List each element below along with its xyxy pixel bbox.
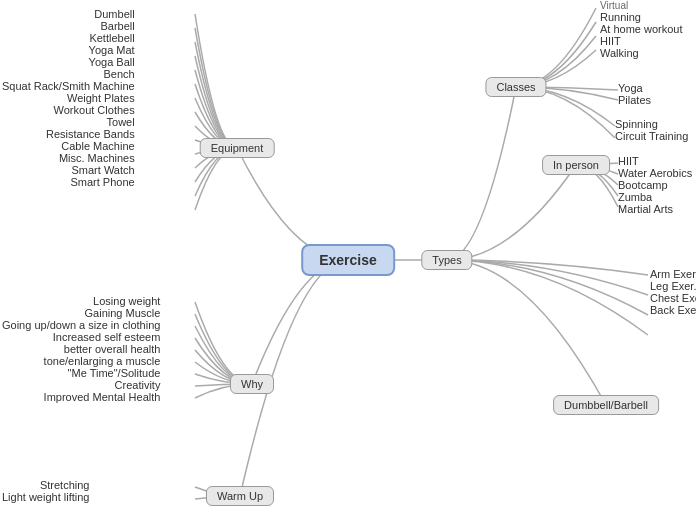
why-leaf-8: Improved Mental Health: [2, 391, 160, 403]
cls-running: Running: [600, 11, 683, 23]
equipment-label: Equipment: [200, 138, 275, 158]
cls-spinning: Spinning: [615, 118, 688, 130]
cls-walking: Walking: [600, 47, 683, 59]
equipment-node: Equipment: [200, 138, 275, 158]
classes-node: Classes: [485, 77, 546, 97]
yoga-group: Yoga Pilates: [618, 82, 651, 106]
cls-athome: At home workout: [600, 23, 683, 35]
eq-leaf-1: Barbell: [2, 20, 135, 32]
ip-bootcamp: Bootcamp: [618, 179, 692, 191]
cls-yoga: Yoga: [618, 82, 651, 94]
wu-leaf-0: Stretching: [2, 479, 89, 491]
spinning-group: Spinning Circuit Training: [615, 118, 688, 142]
why-node: Why: [230, 374, 274, 394]
eq-leaf-9: Towel: [2, 116, 135, 128]
why-leaf-7: Creativity: [2, 379, 160, 391]
type-arm: Arm Exer...: [650, 268, 696, 280]
eq-leaf-8: Workout Clothes: [2, 104, 135, 116]
cls-hiit1: HIIT: [600, 35, 683, 47]
main-label: Exercise: [301, 244, 395, 276]
type-chest: Chest Exer...: [650, 292, 696, 304]
why-leaf-2: Going up/down a size in clothing: [2, 319, 160, 331]
virtual-label: Virtual: [600, 0, 683, 11]
cls-pilates: Pilates: [618, 94, 651, 106]
dumbbellbarbell-node: Dumbbell/Barbell: [553, 395, 659, 415]
ip-martial: Martial Arts: [618, 203, 692, 215]
warmup-leaves: Stretching Light weight lifting: [2, 479, 89, 503]
ip-zumba: Zumba: [618, 191, 692, 203]
types-leaves: Arm Exer... Leg Exer... Chest Exer... Ba…: [650, 268, 696, 316]
warmup-node: Warm Up: [206, 486, 274, 506]
eq-leaf-12: Misc. Machines: [2, 152, 135, 164]
wu-leaf-1: Light weight lifting: [2, 491, 89, 503]
eq-leaf-5: Bench: [2, 68, 135, 80]
why-label: Why: [230, 374, 274, 394]
why-leaf-5: tone/enlarging a muscle: [2, 355, 160, 367]
eq-leaf-11: Cable Machine: [2, 140, 135, 152]
why-leaf-6: "Me Time"/Solitude: [2, 367, 160, 379]
inperson-leaves: HIIT Water Aerobics Bootcamp Zumba Marti…: [618, 155, 692, 215]
ip-water: Water Aerobics: [618, 167, 692, 179]
warmup-label: Warm Up: [206, 486, 274, 506]
eq-leaf-10: Resistance Bands: [2, 128, 135, 140]
eq-leaf-4: Yoga Ball: [2, 56, 135, 68]
type-leg: Leg Exer...: [650, 280, 696, 292]
why-leaf-1: Gaining Muscle: [2, 307, 160, 319]
eq-leaf-13: Smart Watch: [2, 164, 135, 176]
eq-leaf-14: Smart Phone: [2, 176, 135, 188]
types-label: Types: [421, 250, 472, 270]
cls-circuit: Circuit Training: [615, 130, 688, 142]
types-node: Types: [421, 250, 472, 270]
eq-leaf-0: Dumbell: [2, 8, 135, 20]
dumbbellbarbell-label: Dumbbell/Barbell: [553, 395, 659, 415]
classes-label: Classes: [485, 77, 546, 97]
inperson-node: In person: [542, 155, 610, 175]
why-leaf-3: Increased self esteem: [2, 331, 160, 343]
equipment-leaves: Dumbell Barbell Kettlebell Yoga Mat Yoga…: [2, 8, 135, 188]
why-leaves: Losing weight Gaining Muscle Going up/do…: [2, 295, 160, 403]
ip-hiit: HIIT: [618, 155, 692, 167]
eq-leaf-6: Squat Rack/Smith Machine: [2, 80, 135, 92]
inperson-label: In person: [542, 155, 610, 175]
why-leaf-4: better overall health: [2, 343, 160, 355]
why-leaf-0: Losing weight: [2, 295, 160, 307]
type-back: Back Exer...: [650, 304, 696, 316]
main-node: Exercise: [301, 244, 395, 276]
virtual-group: Virtual Running At home workout HIIT Wal…: [600, 0, 683, 59]
eq-leaf-3: Yoga Mat: [2, 44, 135, 56]
eq-leaf-2: Kettlebell: [2, 32, 135, 44]
eq-leaf-7: Weight Plates: [2, 92, 135, 104]
